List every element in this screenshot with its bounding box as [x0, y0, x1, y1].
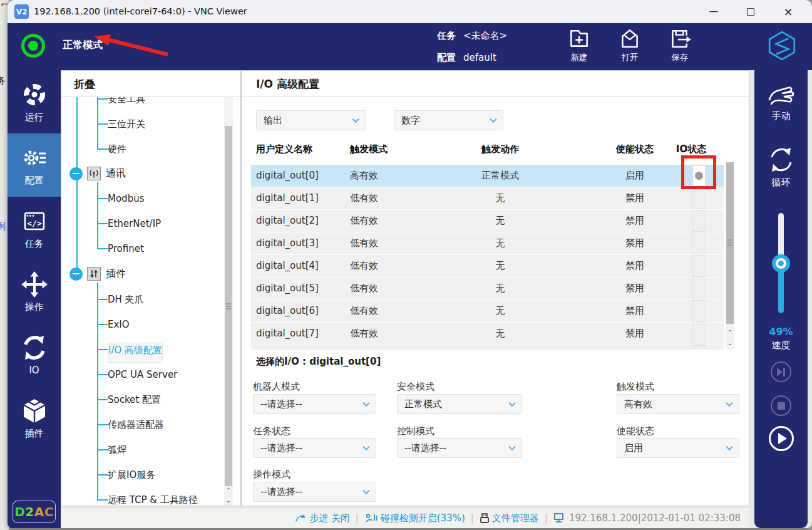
new-button[interactable]: 新建: [557, 27, 602, 67]
table-row[interactable]: digital_out[1]低有效无禁用: [251, 187, 724, 209]
operate-mode-select[interactable]: --请选择--: [253, 482, 376, 502]
table-row[interactable]: digital_out[6]低有效无禁用: [251, 300, 724, 322]
collapse-icon[interactable]: [69, 268, 83, 281]
control-mode-select[interactable]: --请选择--: [397, 438, 522, 458]
tree-item-ethernet-ip[interactable]: EtherNet/IP: [108, 217, 161, 231]
step-status[interactable]: 步进 关闭: [294, 512, 350, 524]
collapse-icon[interactable]: [69, 167, 83, 180]
play-button[interactable]: [769, 426, 794, 451]
scroll-down-icon[interactable]: ⌄: [726, 338, 734, 348]
io-state-indicator[interactable]: [692, 232, 706, 254]
io-direction-select[interactable]: 输出: [256, 110, 366, 130]
task-state-select[interactable]: --请选择--: [253, 438, 376, 458]
left-nav: 运行 配置 </> 任务: [8, 70, 61, 528]
move-arrows-icon: [21, 271, 48, 298]
close-button[interactable]: ×: [774, 0, 802, 23]
background-fragment: 务: [0, 75, 6, 87]
d2ac-badge[interactable]: D2AC: [13, 501, 56, 523]
tree-item-profinet[interactable]: Profinet: [108, 242, 144, 256]
tree-item-three-position-switch[interactable]: 三位开关: [108, 117, 145, 131]
tree-item-arc-welding[interactable]: 弧焊: [108, 443, 126, 457]
tree-item-socket-config[interactable]: Socket 配置: [108, 393, 161, 407]
tree-item-exio[interactable]: ExIO: [108, 318, 130, 331]
nav-item-task[interactable]: </> 任务: [8, 197, 61, 260]
tree-tick: [97, 123, 108, 125]
table-row[interactable]: digital_out[8]低有效无禁用: [251, 345, 724, 350]
nav-item-plugin[interactable]: 插件: [8, 387, 61, 450]
maximize-button[interactable]: □: [737, 0, 764, 23]
io-type-select[interactable]: 数字: [394, 110, 503, 130]
nav-label-io: IO: [29, 365, 39, 376]
tree-connector-line: [76, 97, 78, 274]
tree-scrollbar-thumb[interactable]: [225, 126, 232, 486]
scroll-up-icon[interactable]: ⌃: [224, 486, 233, 496]
nav-label-task: 任务: [25, 238, 44, 250]
speed-slider-handle[interactable]: [772, 254, 790, 273]
tree-item-io-advanced-config[interactable]: I/O 高级配置: [108, 343, 163, 363]
tree-item-dh-gripper[interactable]: DH 夹爪: [108, 293, 144, 306]
manual-mode-button[interactable]: 手动: [754, 83, 808, 122]
tree-tick: [97, 474, 108, 475]
table-row[interactable]: digital_out[5]低有效无禁用: [251, 278, 724, 299]
chevron-down-icon: [726, 444, 732, 450]
io-state-indicator[interactable]: [692, 210, 706, 232]
enable-state-select[interactable]: 启用: [617, 438, 739, 458]
io-state-indicator[interactable]: [692, 323, 706, 345]
tree-item-opc-ua-server[interactable]: OPC UA Server: [108, 368, 177, 382]
stop-button[interactable]: [771, 395, 791, 416]
open-button[interactable]: 打开: [607, 27, 652, 67]
io-state-indicator[interactable]: [692, 345, 706, 350]
table-row[interactable]: digital_out[2]低有效无禁用: [251, 210, 724, 232]
step-forward-button[interactable]: [771, 361, 791, 382]
tree-tick: [97, 148, 108, 150]
file-manager-button[interactable]: 文件管理器: [480, 512, 539, 524]
scroll-up-icon[interactable]: ⌃: [726, 328, 734, 338]
io-sync-icon: [21, 334, 48, 361]
io-state-indicator[interactable]: [692, 300, 706, 322]
window-titlebar[interactable]: V2 192.168.1.200 (intel-corei7-64:0) - V…: [8, 0, 812, 23]
speed-percent: 49%: [754, 326, 808, 338]
stop-icon: [778, 402, 785, 410]
tree-tick: [97, 198, 108, 199]
collision-icon: [364, 512, 378, 524]
chevron-down-icon: [508, 444, 515, 450]
nav-item-operate[interactable]: 操作: [8, 260, 61, 323]
tree-item-remote-tcp-toolpath[interactable]: 远程 TCP & 工具路径: [108, 493, 198, 506]
config-label: 配置: [437, 52, 456, 63]
tree-item-modbus[interactable]: Modbus: [108, 192, 144, 205]
minimize-button[interactable]: —: [700, 0, 727, 23]
table-row[interactable]: digital_out[0]高有效正常模式启用: [251, 165, 724, 187]
io-state-indicator[interactable]: [692, 278, 706, 299]
task-row: 任务<未命名>: [437, 30, 507, 42]
tree-item-sensor-adapter[interactable]: 传感器适配器: [108, 418, 164, 432]
tree-tick: [97, 98, 108, 100]
config-row: 配置default: [437, 52, 496, 64]
nav-item-config[interactable]: 配置: [8, 133, 61, 197]
trigger-mode-select[interactable]: 高有效: [617, 394, 739, 414]
nav-item-run[interactable]: 运行: [8, 70, 61, 133]
save-button[interactable]: 保存: [657, 27, 702, 67]
table-scrollbar[interactable]: ⌃ ⌄: [726, 162, 734, 350]
io-state-indicator[interactable]: [692, 187, 706, 209]
speed-label: 速度: [754, 340, 808, 351]
tree-collapse-header[interactable]: 折叠: [61, 71, 240, 97]
table-row[interactable]: digital_out[7]低有效无禁用: [251, 323, 724, 345]
nav-label-operate: 操作: [25, 301, 44, 313]
d2ac-letter: 2: [25, 504, 34, 519]
tree-item-safety-tools[interactable]: 安全工具: [108, 97, 145, 106]
robot-mode-select[interactable]: --请选择--: [253, 394, 376, 414]
table-scrollbar-thumb[interactable]: [726, 162, 734, 324]
collision-detection-status[interactable]: 碰撞检测开启(33%): [364, 512, 465, 524]
scroll-down-icon[interactable]: ⌄: [224, 496, 233, 506]
tree-item-hardware[interactable]: 硬件: [108, 142, 126, 156]
tree-scrollbar[interactable]: ⌃ ⌄: [224, 97, 233, 506]
cycle-label: 循环: [772, 177, 791, 189]
tree-item-extended-io-service[interactable]: 扩展IO服务: [108, 468, 155, 482]
panel-title: I/O 高级配置: [242, 71, 749, 97]
nav-item-io[interactable]: IO: [8, 323, 61, 387]
safety-mode-select[interactable]: 正常模式: [397, 394, 522, 414]
io-state-indicator[interactable]: [692, 255, 706, 277]
table-row[interactable]: digital_out[3]低有效无禁用: [251, 232, 724, 254]
table-row[interactable]: digital_out[4]低有效无禁用: [251, 255, 724, 277]
cycle-mode-button[interactable]: 循环: [754, 145, 808, 189]
